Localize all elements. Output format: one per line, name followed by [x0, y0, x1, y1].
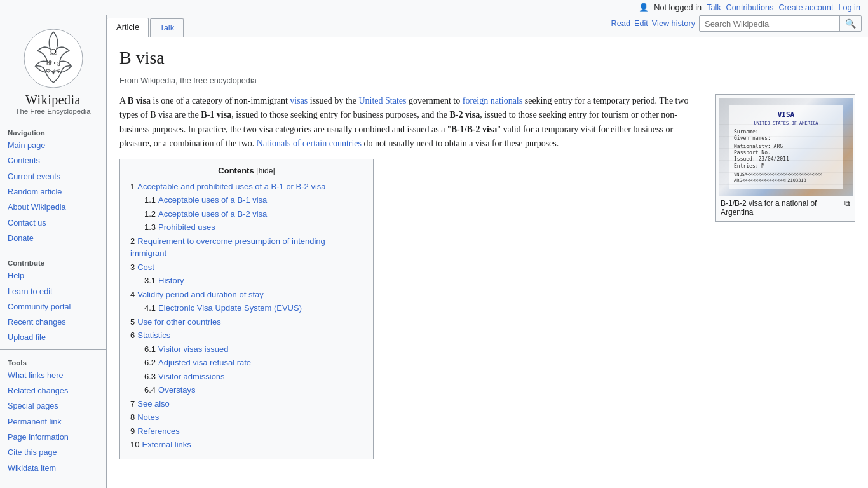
contents-link-3[interactable]: Cost — [137, 262, 154, 272]
not-logged-in-text: Not logged in — [654, 3, 702, 12]
contents-item-6: 6Statistics — [130, 329, 363, 342]
contents-link-1[interactable]: Acceptable and prohibited uses of a B-1 … — [137, 182, 325, 191]
view-history-link[interactable]: View history — [652, 19, 695, 28]
sidebar-item-help[interactable]: Help — [0, 268, 106, 283]
read-link[interactable]: Read — [611, 19, 630, 28]
b12-visa-bold: B-1/B-2 visa — [451, 125, 498, 134]
sidebar-item-permanent-link[interactable]: Permanent link — [0, 414, 106, 430]
expand-icon[interactable]: ⧉ — [844, 199, 850, 208]
svg-text:Ω: Ω — [50, 48, 56, 57]
sidebar-item-contents[interactable]: Contents — [0, 153, 106, 168]
contents-item-1: 1Acceptable and prohibited uses of a B-1… — [130, 180, 363, 193]
create-account-link[interactable]: Create account — [778, 3, 833, 12]
contribute-section-title: Contribute — [0, 254, 106, 268]
contents-link-1-3[interactable]: Prohibited uses — [158, 222, 215, 232]
contents-link-1-1[interactable]: Acceptable uses of a B-1 visa — [158, 195, 267, 205]
tools-divider — [0, 480, 106, 480]
sidebar-item-wikidata[interactable]: Wikidata item — [0, 461, 106, 476]
contents-link-4[interactable]: Validity period and duration of stay — [137, 290, 264, 299]
contents-item-2: 2Requirement to overcome presumption of … — [130, 235, 363, 260]
contents-link-6-1[interactable]: Visitor visas issued — [158, 344, 228, 354]
visas-link[interactable]: visas — [290, 96, 308, 105]
page-content: B visa From Wikipedia, the free encyclop… — [107, 37, 868, 481]
contents-link-6[interactable]: Statistics — [137, 330, 170, 340]
contents-item-5: 5Use for other countries — [130, 316, 363, 329]
print-section-title: Print/export — [0, 484, 106, 488]
sidebar-item-random-article[interactable]: Random article — [0, 184, 106, 200]
sidebar-item-community-portal[interactable]: Community portal — [0, 299, 106, 315]
article-image-box: VISA UNITED STATES OF AMERICA Surname: G… — [715, 94, 855, 222]
contents-link-6-2[interactable]: Adjusted visa refusal rate — [158, 358, 251, 367]
sidebar-item-what-links[interactable]: What links here — [0, 368, 106, 383]
article-image-caption: ⧉ B-1/B-2 visa for a national of Argenti… — [719, 196, 851, 218]
user-icon: 👤 — [639, 3, 649, 12]
contents-link-4-1[interactable]: Electronic Visa Update System (EVUS) — [158, 303, 302, 313]
contents-item-1-3: 1.3Prohibited uses — [130, 221, 363, 234]
b2-visa-bold: B-2 visa — [449, 110, 480, 119]
tab-right: Read Edit View history 🔍 — [605, 15, 868, 37]
log-in-link[interactable]: Log in — [838, 3, 860, 12]
contents-item-9: 9References — [130, 425, 363, 438]
article-sidebar: VISA UNITED STATES OF AMERICA Surname: G… — [715, 94, 855, 468]
contents-list: 1Acceptable and prohibited uses of a B-1… — [130, 180, 363, 451]
sidebar-logo-title: Wikipedia — [25, 93, 81, 107]
search-button[interactable]: 🔍 — [839, 16, 861, 31]
article-body: A B visa is one of a category of non-imm… — [119, 94, 703, 468]
us-link[interactable]: United States — [358, 96, 406, 105]
edit-link[interactable]: Edit — [634, 19, 648, 28]
tools-section-title: Tools — [0, 354, 106, 368]
article-layout: A B visa is one of a category of non-imm… — [119, 94, 855, 468]
talk-link[interactable]: Talk — [707, 3, 721, 12]
tab-talk[interactable]: Talk — [150, 18, 184, 37]
contents-link-5[interactable]: Use for other countries — [137, 317, 221, 327]
contents-link-6-3[interactable]: Visitor admissions — [158, 372, 225, 381]
nav-section-title: Navigation — [0, 124, 106, 138]
sidebar-item-about[interactable]: About Wikipedia — [0, 200, 106, 215]
content-area: Article Talk Read Edit View history 🔍 B … — [107, 15, 868, 488]
sidebar-item-cite-page[interactable]: Cite this page — [0, 445, 106, 460]
contents-link-1-2[interactable]: Acceptable uses of a B-2 visa — [158, 209, 267, 219]
sidebar-item-special-pages[interactable]: Special pages — [0, 398, 106, 414]
tab-bar: Article Talk Read Edit View history 🔍 — [107, 15, 868, 37]
contents-hide[interactable]: [hide] — [256, 166, 275, 175]
article-intro: A B visa is one of a category of non-imm… — [119, 94, 703, 151]
svg-point-0 — [24, 29, 83, 88]
foreign-nationals-link[interactable]: foreign nationals — [463, 96, 522, 105]
b1-visa-bold: B-1 visa — [201, 110, 231, 119]
sidebar-logo: Ω 维 • ვ ウィキ Wikipedia The Free Encyclope… — [0, 20, 106, 124]
svg-text:ウィキ: ウィキ — [46, 68, 61, 74]
contents-link-2[interactable]: Requirement to overcome presumption of i… — [130, 236, 325, 259]
wikipedia-logo: Ω 维 • ვ ウィキ — [22, 27, 85, 90]
nationals-link[interactable]: Nationals of certain countries — [257, 139, 362, 148]
sidebar-item-contact[interactable]: Contact us — [0, 215, 106, 231]
sidebar-item-current-events[interactable]: Current events — [0, 169, 106, 184]
sidebar-item-related-changes[interactable]: Related changes — [0, 383, 106, 398]
visa-stamp-text: VISA UNITED STATES OF AMERICA Surname: G… — [729, 105, 843, 189]
search-form: 🔍 — [699, 15, 862, 32]
contents-link-9[interactable]: References — [137, 426, 179, 436]
contents-item-6-1: 6.1Visitor visas issued — [130, 343, 363, 356]
top-bar: 👤 Not logged in Talk Contributions Creat… — [0, 0, 868, 15]
sidebar: Ω 维 • ვ ウィキ Wikipedia The Free Encyclope… — [0, 15, 107, 488]
contents-item-7: 7See also — [130, 398, 363, 410]
sidebar-nav: Main page Contents Current events Random… — [0, 138, 106, 246]
sidebar-item-page-information[interactable]: Page information — [0, 430, 106, 445]
page-title: B visa — [119, 48, 855, 71]
contribute-divider — [0, 349, 106, 350]
contributions-link[interactable]: Contributions — [726, 3, 774, 12]
contents-link-6-4[interactable]: Overstays — [158, 385, 196, 395]
contents-link-10[interactable]: External links — [142, 440, 191, 449]
sidebar-item-recent-changes[interactable]: Recent changes — [0, 315, 106, 330]
contents-link-7[interactable]: See also — [137, 399, 170, 409]
sidebar-item-learn-to-edit[interactable]: Learn to edit — [0, 284, 106, 299]
b-visa-bold: B visa — [128, 96, 151, 105]
sidebar-item-upload-file[interactable]: Upload file — [0, 330, 106, 345]
contents-link-8[interactable]: Notes — [137, 412, 159, 422]
search-input[interactable] — [700, 17, 839, 31]
sidebar-item-main-page[interactable]: Main page — [0, 138, 106, 153]
contents-item-6-4: 6.4Overstays — [130, 384, 363, 396]
contents-link-3-1[interactable]: History — [158, 276, 184, 285]
sidebar-item-donate[interactable]: Donate — [0, 231, 106, 246]
contents-box: Contents [hide] 1Acceptable and prohibit… — [119, 159, 374, 459]
tab-article[interactable]: Article — [107, 18, 149, 37]
